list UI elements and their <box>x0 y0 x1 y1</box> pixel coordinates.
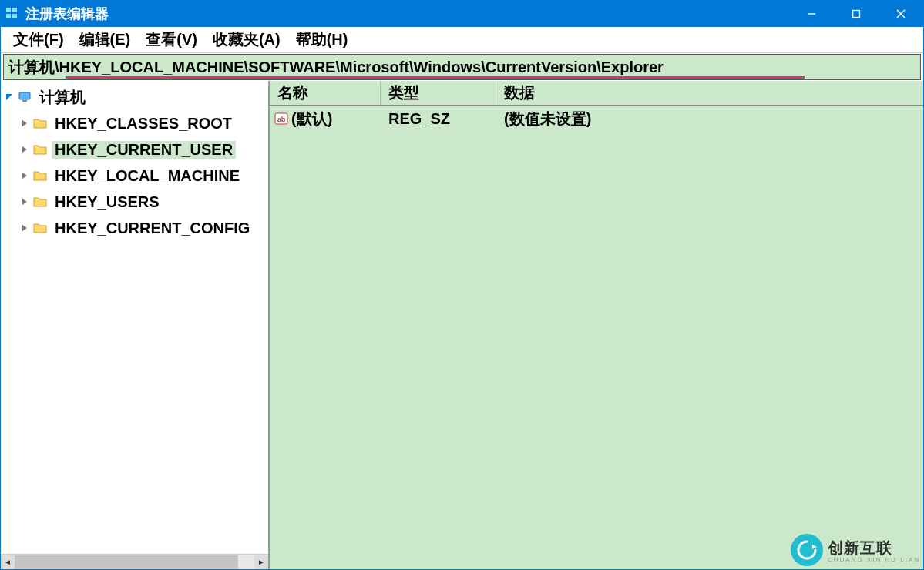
tree-item-label: HKEY_CURRENT_USER <box>52 141 236 159</box>
string-value-icon: ab <box>274 112 288 126</box>
app-icon <box>5 7 19 21</box>
tree-item-label: HKEY_CLASSES_ROOT <box>52 115 235 132</box>
watermark-brand: 创新互联 <box>828 538 920 558</box>
value-name: (默认) <box>291 109 332 129</box>
chevron-right-icon[interactable] <box>18 172 32 179</box>
svg-marker-12 <box>22 146 27 153</box>
scroll-left-button[interactable]: ◄ <box>1 555 15 569</box>
scroll-thumb[interactable] <box>15 555 238 569</box>
menu-favorites[interactable]: 收藏夹(A) <box>205 28 288 52</box>
tree-item-hku[interactable]: HKEY_USERS <box>1 189 268 215</box>
tree-root[interactable]: 计算机 <box>1 84 268 110</box>
tree-item-hkcu[interactable]: HKEY_CURRENT_USER <box>1 136 268 163</box>
watermark-logo-icon <box>791 534 823 566</box>
menu-view[interactable]: 查看(V) <box>138 28 205 52</box>
list-header: 名称 类型 数据 <box>270 81 923 106</box>
svg-marker-8 <box>6 94 12 100</box>
svg-rect-1 <box>12 8 17 12</box>
chevron-right-icon[interactable] <box>18 119 32 127</box>
value-data: (数值未设置) <box>496 109 923 129</box>
folder-icon <box>32 117 49 129</box>
computer-icon <box>16 90 33 104</box>
value-name-cell: ab (默认) <box>270 109 381 129</box>
chevron-right-icon[interactable] <box>18 146 32 153</box>
scroll-track[interactable] <box>15 555 254 569</box>
column-header-data[interactable]: 数据 <box>496 81 923 105</box>
watermark-text-group: 创新互联 CHUANG XIN HU LIAN <box>828 538 920 563</box>
tree-item-label: HKEY_LOCAL_MACHINE <box>52 167 243 185</box>
maximize-button[interactable] <box>834 1 879 27</box>
titlebar[interactable]: 注册表编辑器 <box>1 1 923 27</box>
folder-icon <box>32 143 49 156</box>
svg-rect-9 <box>19 92 30 99</box>
tree-item-label: HKEY_CURRENT_CONFIG <box>52 220 253 237</box>
menu-edit[interactable]: 编辑(E) <box>72 28 139 52</box>
tree-inner: 计算机 HKEY_CLASSES_ROOT <box>1 81 268 554</box>
window-title: 注册表编辑器 <box>25 5 789 23</box>
chevron-right-icon[interactable] <box>18 224 32 232</box>
svg-text:ab: ab <box>277 116 286 123</box>
app-window: 注册表编辑器 文件(F) 编辑(E) 查看(V) 收藏夹(A) 帮助(H) 计算… <box>0 0 924 570</box>
svg-rect-5 <box>853 11 860 18</box>
body: 计算机 HKEY_CLASSES_ROOT <box>1 81 923 569</box>
column-header-name[interactable]: 名称 <box>270 81 381 105</box>
tree-horizontal-scrollbar[interactable]: ◄ ► <box>1 554 268 569</box>
list-row[interactable]: ab (默认) REG_SZ (数值未设置) <box>270 106 923 132</box>
minimize-button[interactable] <box>789 1 834 27</box>
svg-marker-15 <box>22 225 27 231</box>
menubar: 文件(F) 编辑(E) 查看(V) 收藏夹(A) 帮助(H) <box>1 27 923 53</box>
chevron-right-icon[interactable] <box>18 198 32 206</box>
chevron-down-icon[interactable] <box>2 93 16 101</box>
tree-item-hkcr[interactable]: HKEY_CLASSES_ROOT <box>1 110 268 136</box>
tree-item-hklm[interactable]: HKEY_LOCAL_MACHINE <box>1 163 268 189</box>
folder-icon <box>32 169 49 182</box>
address-path: 计算机\HKEY_LOCAL_MACHINE\SOFTWARE\Microsof… <box>8 57 664 78</box>
scroll-right-button[interactable]: ► <box>254 555 268 569</box>
tree-panel: 计算机 HKEY_CLASSES_ROOT <box>1 81 270 569</box>
svg-marker-13 <box>22 173 27 179</box>
svg-marker-14 <box>22 199 27 205</box>
folder-icon <box>32 222 49 234</box>
watermark: 创新互联 CHUANG XIN HU LIAN <box>791 534 920 566</box>
values-panel: 名称 类型 数据 ab (默认) REG_SZ (数值未设置) <box>270 81 923 569</box>
address-bar[interactable]: 计算机\HKEY_LOCAL_MACHINE\SOFTWARE\Microsof… <box>3 54 921 80</box>
folder-icon <box>32 196 49 208</box>
menu-help[interactable]: 帮助(H) <box>288 28 356 52</box>
svg-marker-18 <box>812 545 817 549</box>
list-rows: ab (默认) REG_SZ (数值未设置) <box>270 106 923 569</box>
svg-marker-11 <box>22 120 27 126</box>
watermark-sub: CHUANG XIN HU LIAN <box>828 556 920 563</box>
svg-rect-10 <box>22 100 27 102</box>
window-buttons <box>789 1 923 27</box>
svg-rect-3 <box>12 14 17 18</box>
svg-rect-0 <box>6 8 11 12</box>
svg-rect-2 <box>6 14 11 18</box>
column-header-type[interactable]: 类型 <box>381 81 496 105</box>
tree-item-hkcc[interactable]: HKEY_CURRENT_CONFIG <box>1 215 268 241</box>
close-button[interactable] <box>879 1 923 27</box>
tree-item-label: HKEY_USERS <box>52 193 163 211</box>
tree-root-label: 计算机 <box>36 87 89 108</box>
value-type: REG_SZ <box>381 110 496 128</box>
address-underline <box>66 76 805 79</box>
menu-file[interactable]: 文件(F) <box>5 28 72 52</box>
